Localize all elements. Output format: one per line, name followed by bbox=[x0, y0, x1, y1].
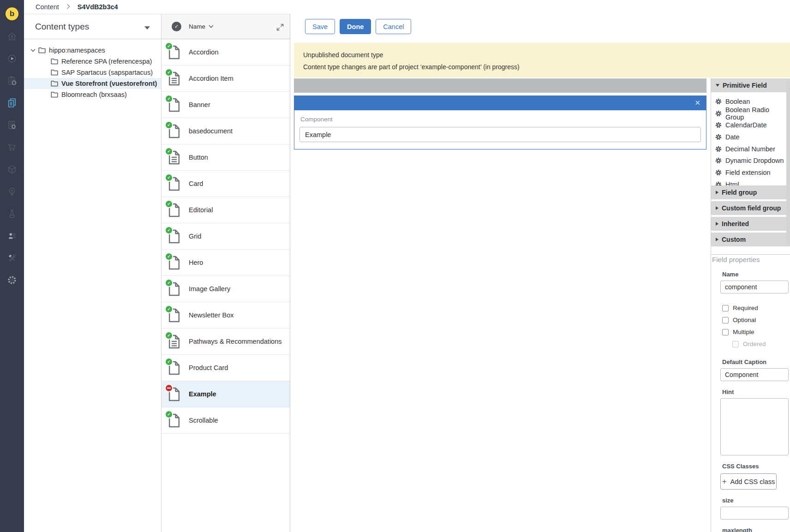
list-item-accordion-item[interactable]: Accordion Item bbox=[162, 66, 290, 92]
folder-icon bbox=[51, 91, 58, 98]
tree-node-label: SAP Spartacus (sapspartacus) bbox=[61, 69, 153, 76]
tree-node-label: Bloomreach (brxsaas) bbox=[61, 91, 127, 98]
palette-group-custom[interactable]: Custom bbox=[711, 233, 787, 246]
tree-expander-icon[interactable] bbox=[30, 48, 36, 53]
tree-node-label: Vue Storefront (vuestorefront) bbox=[61, 80, 157, 87]
home-icon[interactable] bbox=[7, 31, 17, 42]
done-button[interactable]: Done bbox=[340, 19, 371, 34]
palette-group-primitive-field[interactable]: Primitive Field bbox=[711, 78, 787, 92]
caret-down-icon bbox=[716, 84, 719, 87]
list-item-card[interactable]: Card bbox=[162, 171, 290, 197]
list-item-hero[interactable]: Hero bbox=[162, 250, 290, 276]
palette-item-html[interactable]: Html bbox=[711, 179, 787, 185]
palette-item-field-extension[interactable]: Field extension bbox=[711, 167, 787, 179]
size-input[interactable] bbox=[720, 507, 789, 520]
app-nav-rail: b bbox=[0, 0, 24, 532]
save-button[interactable]: Save bbox=[305, 19, 335, 34]
list-header: ✓ Name bbox=[162, 14, 290, 39]
optional-checkbox[interactable] bbox=[722, 317, 729, 323]
experiments-flask-icon[interactable] bbox=[7, 209, 17, 219]
select-all-check-icon[interactable]: ✓ bbox=[172, 22, 181, 31]
tree-node-root[interactable]: hippo:namespaces bbox=[24, 45, 161, 56]
tree-node-brxsaas[interactable]: Bloomreach (brxsaas) bbox=[24, 89, 161, 100]
list-item-grid[interactable]: Grid bbox=[162, 223, 290, 250]
folder-icon bbox=[51, 80, 58, 87]
document-icon bbox=[168, 203, 180, 217]
expand-panel-icon[interactable] bbox=[276, 23, 284, 31]
name-input[interactable] bbox=[720, 281, 789, 293]
palette-item-decimal-number[interactable]: Decimal Number bbox=[711, 143, 787, 155]
document-icon bbox=[168, 308, 180, 323]
clipboard-check-icon[interactable] bbox=[7, 76, 17, 86]
name-column-header[interactable]: Name bbox=[189, 23, 205, 30]
list-item-example[interactable]: Example bbox=[162, 381, 290, 407]
palette-item-date[interactable]: Date bbox=[711, 131, 787, 143]
document-icon bbox=[168, 177, 180, 191]
palette-item-boolean-radio-group[interactable]: Boolean Radio Group bbox=[711, 108, 787, 120]
size-label: size bbox=[722, 497, 790, 504]
document-icon bbox=[168, 361, 180, 375]
panel-dropdown-caret-icon[interactable] bbox=[144, 26, 150, 30]
default-caption-label: Default Caption bbox=[722, 359, 790, 365]
document-type-list-panel: ✓ Name Accordion Accordion Item Banner bbox=[162, 14, 290, 532]
palette-group-field-group[interactable]: Field group bbox=[711, 185, 787, 199]
content-types-header: Content types bbox=[24, 14, 161, 39]
content-documents-icon[interactable] bbox=[7, 98, 17, 108]
plus-icon: + bbox=[722, 477, 727, 486]
box-icon[interactable] bbox=[7, 164, 17, 174]
list-item-button[interactable]: Button bbox=[162, 144, 290, 171]
top-bar: Content S4VdB2b3c4 bbox=[24, 0, 790, 14]
audiences-users-icon[interactable] bbox=[7, 231, 17, 241]
close-icon[interactable]: ✕ bbox=[694, 98, 700, 108]
list-item-editorial[interactable]: Editorial bbox=[162, 197, 290, 223]
folder-icon bbox=[51, 69, 58, 76]
field-value-input[interactable] bbox=[299, 127, 701, 142]
list-item-basedocument[interactable]: basedocument bbox=[162, 118, 290, 144]
lightbulb-icon[interactable] bbox=[7, 186, 17, 197]
document-icon bbox=[168, 387, 180, 401]
multiple-checkbox[interactable] bbox=[722, 329, 729, 335]
tree-node-vuestorefront[interactable]: Vue Storefront (vuestorefront) bbox=[24, 78, 161, 89]
add-css-class-button[interactable]: + Add CSS class bbox=[720, 473, 777, 490]
default-caption-input[interactable] bbox=[720, 368, 789, 381]
required-checkbox[interactable] bbox=[722, 305, 729, 311]
tree-node-label: hippo:namespaces bbox=[49, 47, 105, 54]
bloomreach-logo[interactable]: b bbox=[6, 7, 18, 20]
list-item-newsletter-box[interactable]: Newsletter Box bbox=[162, 302, 290, 329]
published-badge-icon bbox=[166, 69, 172, 76]
list-item-banner[interactable]: Banner bbox=[162, 92, 290, 118]
published-badge-icon bbox=[166, 280, 172, 286]
breadcrumb-content[interactable]: Content bbox=[36, 3, 59, 11]
folder-icon bbox=[51, 58, 58, 65]
palette-group-inherited[interactable]: Inherited bbox=[711, 217, 787, 231]
selected-field-panel[interactable]: ✕ Component bbox=[294, 96, 706, 149]
list-item-product-card[interactable]: Product Card bbox=[162, 355, 290, 381]
published-badge-icon bbox=[166, 201, 172, 207]
field-properties-panel: Field properties Name Required Optional … bbox=[711, 256, 790, 532]
palette-item-dynamic-dropdown[interactable]: Dynamic Dropdown bbox=[711, 155, 787, 167]
selected-field-header[interactable]: ✕ bbox=[294, 96, 706, 110]
published-badge-icon bbox=[166, 411, 172, 418]
unpublished-badge-icon bbox=[166, 385, 172, 391]
cart-icon[interactable] bbox=[7, 142, 17, 152]
list-item-image-gallery[interactable]: Image Gallery bbox=[162, 276, 290, 302]
gear-icon bbox=[715, 110, 722, 117]
sort-chevron-icon[interactable] bbox=[209, 24, 214, 29]
document-icon bbox=[168, 45, 180, 60]
document-search-icon[interactable] bbox=[7, 120, 17, 130]
gear-icon bbox=[715, 134, 722, 140]
settings-gear-icon[interactable] bbox=[7, 275, 17, 285]
palette-item-calendardate[interactable]: CalendarDate bbox=[711, 119, 787, 131]
list-item-accordion[interactable]: Accordion bbox=[162, 39, 290, 66]
tree-node-sapspartacus[interactable]: SAP Spartacus (sapspartacus) bbox=[24, 67, 161, 78]
palette-scrollbar[interactable] bbox=[786, 78, 790, 246]
tools-icon[interactable] bbox=[7, 253, 17, 263]
cancel-button[interactable]: Cancel bbox=[376, 19, 411, 34]
list-item-pathways-recommendations[interactable]: Pathways & Recommendations bbox=[162, 329, 290, 355]
tree-node-referencespa[interactable]: Reference SPA (referencespa) bbox=[24, 56, 161, 67]
palette-group-custom-field-group[interactable]: Custom field group bbox=[711, 201, 787, 215]
list-item-scrollable[interactable]: Scrollable bbox=[162, 407, 290, 434]
hint-textarea[interactable] bbox=[720, 398, 789, 455]
optional-label: Optional bbox=[733, 317, 756, 323]
projects-icon[interactable] bbox=[7, 54, 17, 64]
